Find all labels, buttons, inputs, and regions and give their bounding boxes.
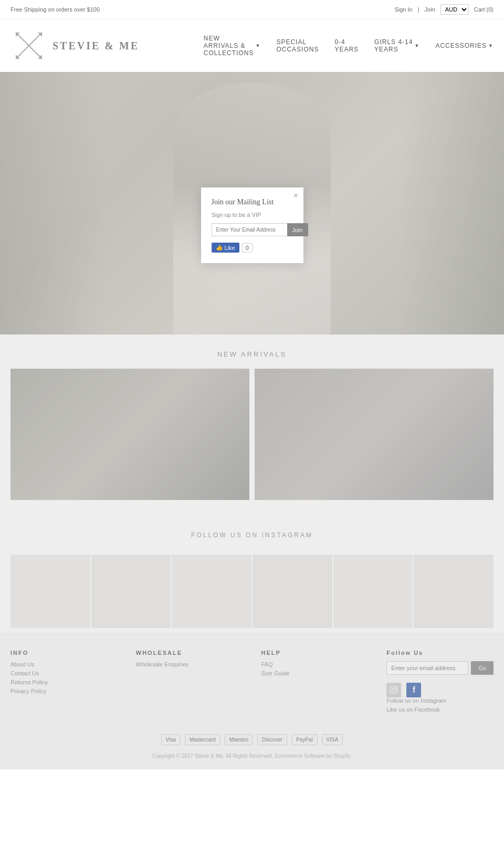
- modal-email-input[interactable]: [212, 223, 287, 236]
- nav-acc-caret: ▼: [488, 43, 494, 48]
- main-nav: NEWARRIVALS &COLLECTIONS ▼ SPECIALOCCASI…: [204, 35, 494, 57]
- modal-close-button[interactable]: ×: [293, 192, 298, 199]
- nav-new-arrivals[interactable]: NEWARRIVALS &COLLECTIONS ▼: [204, 35, 261, 57]
- modal-form: Join: [212, 223, 293, 236]
- main-content: NEW ARRIVALS FOLLOW US ON INSTAGRAM INFO…: [0, 72, 504, 769]
- modal-facebook: 👍 Like 0: [212, 243, 293, 253]
- nav-special-occasions[interactable]: SPECIALOCCASIONS: [276, 38, 319, 53]
- modal-join-button[interactable]: Join: [287, 223, 308, 236]
- nav-0-4-years[interactable]: 0-4YEARS: [334, 38, 359, 53]
- currency-select[interactable]: AUD USD: [440, 4, 469, 15]
- top-bar-right: Sign In | Join AUD USD Cart (0): [394, 4, 494, 15]
- nav-accessories[interactable]: ACCESSORIES ▼: [435, 42, 494, 49]
- logo-icon: [10, 27, 47, 64]
- fb-count: 0: [242, 243, 253, 253]
- nav-girls-caret: ▼: [414, 43, 419, 48]
- sign-in-link[interactable]: Sign In: [394, 6, 412, 13]
- top-bar: Free Shipping on orders over $100 Sign I…: [0, 0, 504, 19]
- header: STEVIE & ME NEWARRIVALS &COLLECTIONS ▼ S…: [0, 19, 504, 72]
- mailing-list-modal: × Join our Mailing List Sign up to be a …: [201, 187, 303, 263]
- modal-title: Join our Mailing List: [212, 198, 293, 206]
- modal-subtitle: Sign up to be a VIP: [212, 212, 293, 218]
- shipping-notice: Free Shipping on orders over $100: [10, 6, 100, 13]
- fb-like-button[interactable]: 👍 Like: [212, 243, 239, 253]
- logo-area: STEVIE & ME: [10, 27, 139, 64]
- cart-link[interactable]: Cart (0): [474, 6, 494, 13]
- join-link[interactable]: Join: [425, 6, 435, 13]
- fb-thumb-icon: 👍: [216, 244, 223, 251]
- modal-overlay: × Join our Mailing List Sign up to be a …: [0, 72, 504, 769]
- nav-girls-4-14[interactable]: GIRLS 4-14YEARS ▼: [374, 38, 419, 53]
- logo-text: STEVIE & ME: [52, 40, 139, 52]
- nav-caret: ▼: [255, 43, 260, 48]
